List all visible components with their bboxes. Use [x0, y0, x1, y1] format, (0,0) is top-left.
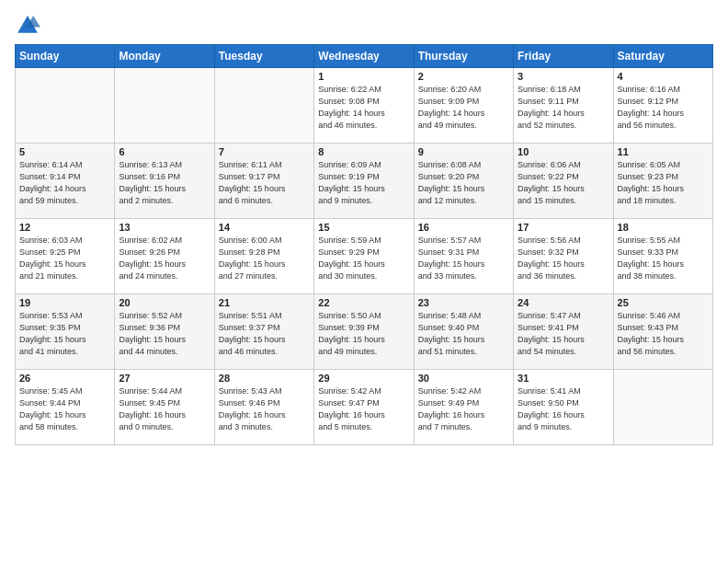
day-number: 10 [518, 146, 609, 157]
day-info: Sunrise: 5:57 AM Sunset: 9:31 PM Dayligh… [418, 235, 509, 282]
calendar-cell: 12Sunrise: 6:03 AM Sunset: 9:25 PM Dayli… [16, 219, 115, 294]
calendar-cell: 29Sunrise: 5:42 AM Sunset: 9:47 PM Dayli… [314, 370, 414, 445]
calendar-cell: 2Sunrise: 6:20 AM Sunset: 9:09 PM Daylig… [414, 68, 513, 144]
day-info: Sunrise: 5:43 AM Sunset: 9:46 PM Dayligh… [219, 385, 310, 433]
calendar-table: SundayMondayTuesdayWednesdayThursdayFrid… [15, 44, 713, 445]
week-row-3: 12Sunrise: 6:03 AM Sunset: 9:25 PM Dayli… [16, 219, 713, 294]
day-number: 13 [119, 222, 210, 233]
day-number: 6 [119, 146, 210, 157]
day-number: 2 [418, 71, 509, 82]
day-number: 16 [418, 222, 509, 233]
logo [15, 13, 42, 39]
calendar-cell [613, 370, 712, 445]
day-info: Sunrise: 6:16 AM Sunset: 9:12 PM Dayligh… [618, 84, 709, 132]
day-info: Sunrise: 6:13 AM Sunset: 9:16 PM Dayligh… [119, 159, 210, 207]
day-number: 9 [418, 146, 509, 157]
header [15, 9, 713, 39]
calendar-cell [115, 68, 214, 144]
week-row-2: 5Sunrise: 6:14 AM Sunset: 9:14 PM Daylig… [16, 144, 713, 219]
day-info: Sunrise: 6:08 AM Sunset: 9:20 PM Dayligh… [418, 159, 509, 207]
day-number: 18 [618, 222, 709, 233]
calendar-cell: 30Sunrise: 5:42 AM Sunset: 9:49 PM Dayli… [414, 370, 513, 445]
day-header-monday: Monday [115, 45, 214, 68]
calendar-cell [16, 68, 115, 144]
day-number: 19 [19, 297, 110, 308]
day-info: Sunrise: 6:06 AM Sunset: 9:22 PM Dayligh… [518, 159, 609, 207]
day-number: 5 [19, 146, 110, 157]
day-info: Sunrise: 5:47 AM Sunset: 9:41 PM Dayligh… [518, 310, 609, 358]
calendar-cell: 20Sunrise: 5:52 AM Sunset: 9:36 PM Dayli… [115, 294, 214, 370]
day-number: 27 [119, 373, 210, 384]
calendar-cell: 16Sunrise: 5:57 AM Sunset: 9:31 PM Dayli… [414, 219, 513, 294]
calendar-cell: 26Sunrise: 5:45 AM Sunset: 9:44 PM Dayli… [16, 370, 115, 445]
day-number: 7 [219, 146, 310, 157]
calendar-cell: 10Sunrise: 6:06 AM Sunset: 9:22 PM Dayli… [514, 144, 613, 219]
calendar-cell: 22Sunrise: 5:50 AM Sunset: 9:39 PM Dayli… [314, 294, 414, 370]
calendar-cell: 28Sunrise: 5:43 AM Sunset: 9:46 PM Dayli… [214, 370, 313, 445]
calendar-cell: 15Sunrise: 5:59 AM Sunset: 9:29 PM Dayli… [314, 219, 414, 294]
calendar-cell: 19Sunrise: 5:53 AM Sunset: 9:35 PM Dayli… [16, 294, 115, 370]
day-number: 24 [518, 297, 609, 308]
day-info: Sunrise: 5:50 AM Sunset: 9:39 PM Dayligh… [318, 310, 409, 358]
header-row: SundayMondayTuesdayWednesdayThursdayFrid… [16, 45, 713, 68]
calendar-cell: 6Sunrise: 6:13 AM Sunset: 9:16 PM Daylig… [115, 144, 214, 219]
day-info: Sunrise: 6:18 AM Sunset: 9:11 PM Dayligh… [518, 84, 609, 132]
day-info: Sunrise: 5:45 AM Sunset: 9:44 PM Dayligh… [19, 385, 110, 433]
day-info: Sunrise: 6:00 AM Sunset: 9:28 PM Dayligh… [219, 235, 310, 282]
day-number: 26 [19, 373, 110, 384]
calendar-cell: 8Sunrise: 6:09 AM Sunset: 9:19 PM Daylig… [314, 144, 414, 219]
day-number: 1 [318, 71, 409, 82]
day-info: Sunrise: 5:46 AM Sunset: 9:43 PM Dayligh… [618, 310, 709, 358]
day-number: 3 [518, 71, 609, 82]
day-header-thursday: Thursday [414, 45, 513, 68]
day-header-wednesday: Wednesday [314, 45, 414, 68]
day-info: Sunrise: 5:44 AM Sunset: 9:45 PM Dayligh… [119, 385, 210, 433]
day-info: Sunrise: 6:14 AM Sunset: 9:14 PM Dayligh… [19, 159, 110, 207]
logo-icon [15, 13, 40, 39]
day-header-friday: Friday [514, 45, 613, 68]
day-info: Sunrise: 5:56 AM Sunset: 9:32 PM Dayligh… [518, 235, 609, 282]
calendar-cell: 18Sunrise: 5:55 AM Sunset: 9:33 PM Dayli… [613, 219, 712, 294]
day-number: 15 [318, 222, 409, 233]
day-info: Sunrise: 5:55 AM Sunset: 9:33 PM Dayligh… [618, 235, 709, 282]
calendar-cell: 9Sunrise: 6:08 AM Sunset: 9:20 PM Daylig… [414, 144, 513, 219]
day-info: Sunrise: 5:42 AM Sunset: 9:47 PM Dayligh… [318, 385, 409, 433]
page-container: SundayMondayTuesdayWednesdayThursdayFrid… [0, 0, 728, 454]
day-number: 4 [618, 71, 709, 82]
calendar-cell: 24Sunrise: 5:47 AM Sunset: 9:41 PM Dayli… [514, 294, 613, 370]
day-number: 25 [618, 297, 709, 308]
day-info: Sunrise: 5:42 AM Sunset: 9:49 PM Dayligh… [418, 385, 509, 433]
calendar-cell: 5Sunrise: 6:14 AM Sunset: 9:14 PM Daylig… [16, 144, 115, 219]
day-number: 14 [219, 222, 310, 233]
day-info: Sunrise: 6:09 AM Sunset: 9:19 PM Dayligh… [318, 159, 409, 207]
day-header-sunday: Sunday [16, 45, 115, 68]
day-number: 23 [418, 297, 509, 308]
day-header-saturday: Saturday [613, 45, 712, 68]
day-header-tuesday: Tuesday [214, 45, 313, 68]
day-info: Sunrise: 6:02 AM Sunset: 9:26 PM Dayligh… [119, 235, 210, 282]
day-info: Sunrise: 6:03 AM Sunset: 9:25 PM Dayligh… [19, 235, 110, 282]
day-number: 20 [119, 297, 210, 308]
calendar-cell: 17Sunrise: 5:56 AM Sunset: 9:32 PM Dayli… [514, 219, 613, 294]
day-info: Sunrise: 5:59 AM Sunset: 9:29 PM Dayligh… [318, 235, 409, 282]
day-info: Sunrise: 5:51 AM Sunset: 9:37 PM Dayligh… [219, 310, 310, 358]
day-info: Sunrise: 6:05 AM Sunset: 9:23 PM Dayligh… [618, 159, 709, 207]
day-number: 22 [318, 297, 409, 308]
day-number: 12 [19, 222, 110, 233]
calendar-cell [214, 68, 313, 144]
calendar-cell: 14Sunrise: 6:00 AM Sunset: 9:28 PM Dayli… [214, 219, 313, 294]
day-number: 8 [318, 146, 409, 157]
day-info: Sunrise: 6:20 AM Sunset: 9:09 PM Dayligh… [418, 84, 509, 132]
calendar-cell: 4Sunrise: 6:16 AM Sunset: 9:12 PM Daylig… [613, 68, 712, 144]
calendar-cell: 25Sunrise: 5:46 AM Sunset: 9:43 PM Dayli… [613, 294, 712, 370]
day-info: Sunrise: 5:52 AM Sunset: 9:36 PM Dayligh… [119, 310, 210, 358]
day-number: 28 [219, 373, 310, 384]
week-row-1: 1Sunrise: 6:22 AM Sunset: 9:08 PM Daylig… [16, 68, 713, 144]
day-number: 11 [618, 146, 709, 157]
calendar-cell: 3Sunrise: 6:18 AM Sunset: 9:11 PM Daylig… [514, 68, 613, 144]
day-info: Sunrise: 6:11 AM Sunset: 9:17 PM Dayligh… [219, 159, 310, 207]
calendar-cell: 21Sunrise: 5:51 AM Sunset: 9:37 PM Dayli… [214, 294, 313, 370]
calendar-cell: 31Sunrise: 5:41 AM Sunset: 9:50 PM Dayli… [514, 370, 613, 445]
day-info: Sunrise: 5:48 AM Sunset: 9:40 PM Dayligh… [418, 310, 509, 358]
day-info: Sunrise: 6:22 AM Sunset: 9:08 PM Dayligh… [318, 84, 409, 132]
